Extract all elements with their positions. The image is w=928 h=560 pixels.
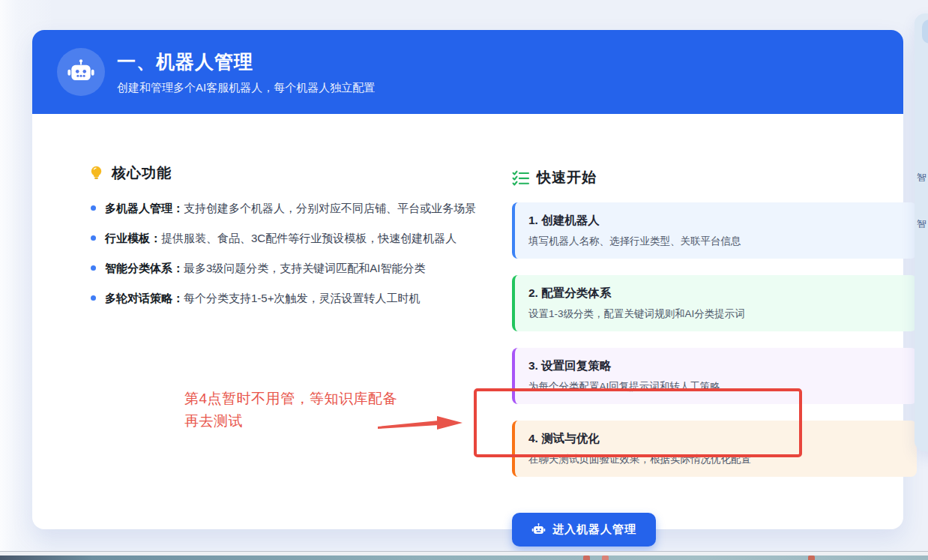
feature-label: 多轮对话策略： xyxy=(105,292,184,304)
bullet-icon xyxy=(91,235,96,241)
adjacent-card-text-fragment: 智 xyxy=(917,217,927,231)
robot-avatar-circle xyxy=(57,48,105,96)
feature-item: 行业模板：提供服装、食品、3C配件等行业预设模板，快速创建机器人 xyxy=(88,228,499,248)
enter-robot-management-button[interactable]: 进入机器人管理 xyxy=(512,513,656,547)
wallpaper-detail xyxy=(602,556,609,560)
wallpaper-detail xyxy=(808,556,815,560)
bullet-icon xyxy=(91,295,96,301)
lightbulb-icon xyxy=(88,165,104,182)
feature-desc: 提供服装、食品、3C配件等行业预设模板，快速创建机器人 xyxy=(161,232,457,244)
feature-desc: 最多3级问题分类，支持关键词匹配和AI智能分类 xyxy=(184,262,426,274)
adjacent-card-header xyxy=(922,19,928,43)
bullet-icon xyxy=(91,265,96,271)
feature-label: 行业模板： xyxy=(105,232,161,244)
quick-start-title: 快速开始 xyxy=(537,168,597,187)
core-features-section: 核心功能 多机器人管理：支持创建多个机器人，分别对应不同店铺、平台或业务场景 行… xyxy=(88,163,499,318)
page-subtitle: 创建和管理多个AI客服机器人，每个机器人独立配置 xyxy=(117,81,375,95)
card-header: 一、机器人管理 创建和管理多个AI客服机器人，每个机器人独立配置 xyxy=(32,30,903,114)
cta-label: 进入机器人管理 xyxy=(552,523,636,537)
wallpaper-detail xyxy=(583,556,590,560)
quick-start-heading: 快速开始 xyxy=(512,168,917,187)
core-features-heading: 核心功能 xyxy=(88,163,499,183)
checklist-icon xyxy=(512,169,529,187)
bullet-icon xyxy=(91,205,96,211)
step-desc: 设置1-3级分类，配置关键词规则和AI分类提示词 xyxy=(528,307,903,321)
step-card-1: 1. 创建机器人 填写机器人名称、选择行业类型、关联平台信息 xyxy=(512,202,917,259)
header-text: 一、机器人管理 创建和管理多个AI客服机器人，每个机器人独立配置 xyxy=(117,49,375,95)
feature-label: 智能分类体系： xyxy=(105,262,184,274)
feature-item: 多轮对话策略：每个分类支持1-5+次触发，灵活设置转人工时机 xyxy=(88,288,499,308)
step-title: 3. 设置回复策略 xyxy=(528,358,903,374)
annotation-line-1: 第4点暂时不用管，等知识库配备 xyxy=(184,388,439,410)
step-card-2: 2. 配置分类体系 设置1-3级分类，配置关键词规则和AI分类提示词 xyxy=(512,275,917,331)
step-title: 2. 配置分类体系 xyxy=(528,286,903,301)
feature-desc: 支持创建多个机器人，分别对应不同店铺、平台或业务场景 xyxy=(184,202,476,214)
feature-desc: 每个分类支持1-5+次触发，灵活设置转人工时机 xyxy=(184,292,420,304)
robot-icon xyxy=(531,523,546,537)
feature-label: 多机器人管理： xyxy=(105,202,184,214)
robot-icon xyxy=(67,58,95,86)
adjacent-card-partial: 智 智 xyxy=(915,13,928,451)
desktop-wallpaper-strip xyxy=(0,556,928,560)
core-features-title: 核心功能 xyxy=(112,163,172,183)
page: 一、机器人管理 创建和管理多个AI客服机器人，每个机器人独立配置 核心功能 多机… xyxy=(0,0,928,560)
step-desc: 填写机器人名称、选择行业类型、关联平台信息 xyxy=(528,235,903,248)
adjacent-card-text-fragment: 智 xyxy=(917,171,927,184)
quick-start-section: 快速开始 1. 创建机器人 填写机器人名称、选择行业类型、关联平台信息 2. 配… xyxy=(512,168,917,547)
annotation-arrow-icon xyxy=(377,413,464,434)
page-title: 一、机器人管理 xyxy=(117,49,375,74)
step-title: 1. 创建机器人 xyxy=(528,213,903,229)
feature-item: 智能分类体系：最多3级问题分类，支持关键词匹配和AI智能分类 xyxy=(88,258,499,278)
annotation-highlight-box xyxy=(474,388,802,457)
feature-item: 多机器人管理：支持创建多个机器人，分别对应不同店铺、平台或业务场景 xyxy=(88,198,499,218)
